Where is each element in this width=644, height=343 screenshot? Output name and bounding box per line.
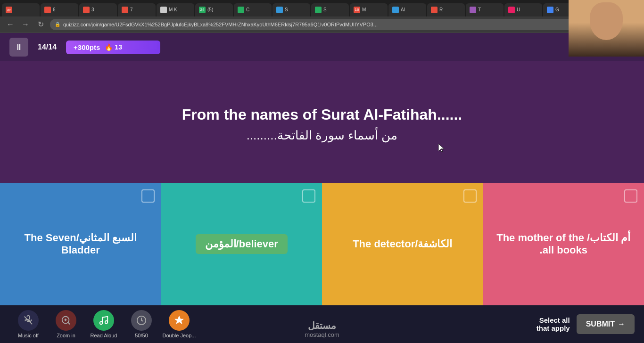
- watermark-logo: مستقل: [305, 320, 339, 331]
- double-jeopardy-label: Double Jeop...: [163, 333, 196, 338]
- tab-s2[interactable]: S: [311, 3, 349, 16]
- tab-label: Al: [401, 7, 405, 12]
- music-off-icon: [18, 310, 39, 331]
- tab-label: M K: [169, 7, 177, 12]
- read-aloud-icon: [93, 310, 114, 331]
- svg-point-6: [105, 321, 108, 324]
- tab-favicon: [547, 7, 553, 13]
- counter-label: 50/50: [135, 333, 148, 338]
- webcam-video: [569, 0, 644, 57]
- answer-checkbox-c[interactable]: [463, 189, 477, 203]
- tab-favicon: ar: [6, 7, 12, 13]
- tab-label: G: [555, 7, 559, 12]
- music-off-button[interactable]: Music off: [9, 310, 47, 338]
- tab-favicon: 16: [354, 7, 360, 13]
- refresh-button[interactable]: ↻: [35, 20, 46, 29]
- question-counter: 14/14: [38, 43, 57, 51]
- read-aloud-label: Read Aloud: [91, 333, 117, 338]
- bottom-bar: Music off Zoom in Read Al: [0, 305, 644, 343]
- tabs-row: ar 6 3 7 M M K 24 (5) C S: [0, 0, 644, 16]
- select-all-text: Select all that apply: [537, 316, 570, 332]
- answer-card-b[interactable]: المؤمن/believer: [161, 183, 322, 305]
- heart-icon: 🔥: [105, 43, 113, 51]
- question-text-arabic: من أسماء سورة الفاتحة.........: [247, 128, 398, 143]
- webcam: [569, 0, 644, 57]
- tab-u[interactable]: U: [504, 3, 542, 16]
- tab-24[interactable]: 24 (5): [195, 3, 233, 16]
- zoom-in-label: Zoom in: [57, 333, 75, 338]
- pause-button[interactable]: ⏸: [9, 38, 28, 57]
- zoom-in-icon: [56, 310, 76, 331]
- tab-favicon: [276, 7, 283, 13]
- submit-arrow-icon: →: [618, 320, 625, 328]
- tab-favicon: [122, 7, 128, 13]
- heart-count: 🔥 13: [105, 43, 122, 51]
- answer-card-a[interactable]: السبع المثاني/The Seven Bladder: [0, 183, 161, 305]
- answer-checkbox-a[interactable]: [141, 189, 155, 203]
- quiz-header: ⏸ 14/14 +300pts 🔥 13: [0, 33, 644, 61]
- answer-checkbox-b[interactable]: [302, 189, 315, 203]
- answer-checkbox-d[interactable]: [624, 189, 637, 203]
- address-bar[interactable]: 🔒 quizizz.com/join/game/U2FsdGVkX1%252Bg…: [50, 19, 610, 30]
- submit-label: SUBMIT: [586, 320, 615, 328]
- zoom-in-button[interactable]: Zoom in: [47, 310, 85, 338]
- svg-line-2: [68, 322, 70, 324]
- tab-r[interactable]: R: [427, 3, 465, 16]
- webcam-head: [590, 2, 623, 40]
- tab-yt3[interactable]: 7: [118, 3, 156, 16]
- heart-number: 13: [115, 43, 122, 51]
- answer-text-d: أم الكتاب/ The mother of the all books.: [493, 232, 635, 256]
- tab-favicon: [508, 7, 515, 13]
- back-button[interactable]: ←: [5, 20, 16, 29]
- answer-card-d[interactable]: أم الكتاب/ The mother of the all books.: [483, 183, 644, 305]
- tab-label: U: [517, 7, 520, 12]
- counter-icon: [131, 310, 152, 331]
- tab-label: 3: [91, 7, 94, 12]
- answer-text-c: الكاشفة/The detector: [353, 238, 452, 250]
- points-badge: +300pts 🔥 13: [66, 41, 160, 54]
- tab-label: 6: [53, 7, 56, 12]
- tab-favicon: 24: [199, 7, 206, 13]
- forward-button[interactable]: →: [20, 20, 31, 29]
- read-aloud-button[interactable]: Read Aloud: [85, 310, 123, 338]
- submit-area: Select all that apply SUBMIT →: [537, 314, 635, 334]
- tab-favicon: [470, 7, 476, 13]
- tab-al[interactable]: Al: [388, 3, 426, 16]
- tab-favicon: M: [160, 7, 167, 13]
- tab-yt2[interactable]: 3: [79, 3, 117, 16]
- music-off-label: Music off: [18, 333, 39, 338]
- double-jeopardy-icon: [169, 310, 190, 331]
- answer-inner-b: المؤمن/believer: [196, 234, 288, 254]
- counter-button[interactable]: 50/50: [123, 310, 160, 338]
- watermark-url: mostaql.com: [305, 331, 339, 338]
- tab-label: S: [323, 7, 327, 12]
- tab-s1[interactable]: S: [272, 3, 310, 16]
- tab-t1[interactable]: T: [466, 3, 504, 16]
- tab-favicon: [431, 7, 438, 13]
- tab-c[interactable]: C: [234, 3, 272, 16]
- tab-yt1[interactable]: 6: [41, 3, 78, 16]
- lock-icon: 🔒: [55, 22, 60, 27]
- svg-point-5: [100, 322, 103, 325]
- url-text: quizizz.com/join/game/U2FsdGVkX1%252BgPJ…: [63, 22, 605, 27]
- submit-button[interactable]: SUBMIT →: [577, 314, 635, 334]
- tab-label: M: [362, 7, 366, 12]
- quiz-container: ⏸ 14/14 +300pts 🔥 13 From the names of S…: [0, 33, 644, 343]
- tab-favicon: [392, 7, 399, 13]
- answers-grid: السبع المثاني/The Seven Bladder المؤمن/b…: [0, 183, 644, 305]
- tab-favicon: [315, 7, 322, 13]
- points-text: +300pts: [74, 43, 100, 51]
- question-text-english: From the names of Surat Al-Fatihah......: [182, 106, 462, 123]
- tab-label: R: [439, 7, 443, 12]
- double-jeopardy-button[interactable]: Double Jeop...: [160, 310, 198, 338]
- watermark: مستقل mostaql.com: [305, 320, 339, 338]
- tab-ar[interactable]: ar: [2, 3, 40, 16]
- browser-bar: ar 6 3 7 M M K 24 (5) C S: [0, 0, 644, 33]
- answer-card-c[interactable]: الكاشفة/The detector: [322, 183, 483, 305]
- tab-m[interactable]: 16 M: [350, 3, 388, 16]
- tab-favicon: [44, 7, 51, 13]
- tab-favicon: [83, 7, 90, 13]
- tab-gmail[interactable]: M M K: [157, 3, 194, 16]
- tab-label: S: [285, 7, 288, 12]
- tab-favicon: [238, 7, 244, 13]
